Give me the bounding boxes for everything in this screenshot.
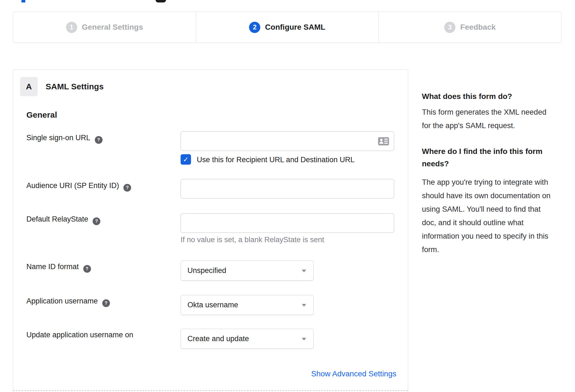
step-1-number-badge: 1 (66, 22, 77, 33)
audience-uri-input[interactable] (181, 179, 394, 198)
step-configure-saml[interactable]: 2 Configure SAML (196, 12, 378, 43)
checkbox-check-icon: ✓ (183, 156, 189, 164)
help-answer-2: The app you're trying to integrate with … (422, 175, 557, 256)
saml-settings-panel: A SAML Settings General Single sign-on U… (13, 70, 408, 392)
wizard-stepper: 1 General Settings 2 Configure SAML 3 Fe… (13, 12, 562, 43)
sso-url-label-text: Single sign-on URL (26, 134, 90, 142)
sso-url-help-icon[interactable]: ? (95, 136, 103, 144)
step-feedback[interactable]: 3 Feedback (378, 12, 561, 43)
use-for-recipient-checkbox[interactable]: ✓ (181, 154, 191, 165)
use-for-recipient-checkbox-label[interactable]: Use this for Recipient URL and Destinati… (197, 156, 355, 164)
caret-down-icon (302, 304, 306, 307)
name-id-format-value: Unspecified (187, 266, 226, 275)
default-relaystate-label-text: Default RelayState (26, 215, 88, 223)
audience-uri-help-icon[interactable]: ? (123, 184, 131, 192)
show-advanced-settings-link[interactable]: Show Advanced Settings (311, 369, 396, 378)
clipped-header-fragment-logo (156, 0, 166, 2)
step-3-number-badge: 3 (444, 22, 455, 33)
caret-down-icon (302, 269, 306, 272)
caret-down-icon (302, 338, 306, 340)
application-username-value: Okta username (187, 301, 238, 309)
step-general-settings[interactable]: 1 General Settings (13, 12, 196, 43)
section-a-badge: A (20, 77, 38, 96)
sso-url-input[interactable] (181, 131, 394, 151)
name-id-format-label-text: Name ID format (26, 263, 79, 271)
audience-uri-label-text: Audience URI (SP Entity ID) (26, 181, 119, 190)
update-username-value: Create and update (187, 335, 249, 343)
update-username-label: Update application username on (26, 331, 133, 339)
application-username-label-text: Application username (26, 297, 98, 305)
panel-title: SAML Settings (46, 82, 104, 91)
default-relaystate-help-icon[interactable]: ? (93, 217, 100, 225)
general-section-heading: General (26, 110, 57, 120)
default-relaystate-input[interactable] (181, 213, 394, 233)
help-question-2: Where do I find the info this form needs… (422, 145, 552, 170)
name-id-format-select[interactable]: Unspecified (181, 261, 314, 281)
step-2-number-badge: 2 (249, 22, 260, 33)
help-answer-1: This form generates the XML needed for t… (422, 105, 552, 132)
relaystate-helper-text: If no value is set, a blank RelayState i… (181, 236, 324, 244)
step-2-label: Configure SAML (265, 23, 325, 32)
name-id-format-label: Name ID format? (26, 263, 91, 273)
sso-url-label: Single sign-on URL? (26, 134, 103, 144)
name-id-format-help-icon[interactable]: ? (83, 265, 91, 273)
step-3-label: Feedback (460, 23, 496, 32)
configure-saml-page: 1 General Settings 2 Configure SAML 3 Fe… (0, 0, 575, 392)
application-username-label: Application username? (26, 297, 110, 307)
update-username-select[interactable]: Create and update (181, 329, 314, 349)
update-username-label-text: Update application username on (26, 331, 133, 339)
application-username-select[interactable]: Okta username (181, 295, 314, 315)
audience-uri-label: Audience URI (SP Entity ID)? (26, 181, 131, 192)
help-question-1: What does this form do? (422, 90, 512, 103)
step-1-label: General Settings (82, 23, 143, 32)
clipped-header-fragment-blue (21, 0, 25, 2)
section-divider (13, 390, 408, 391)
sso-url-input-wrap (181, 131, 394, 151)
application-username-help-icon[interactable]: ? (102, 299, 110, 307)
default-relaystate-label: Default RelayState? (26, 215, 100, 225)
